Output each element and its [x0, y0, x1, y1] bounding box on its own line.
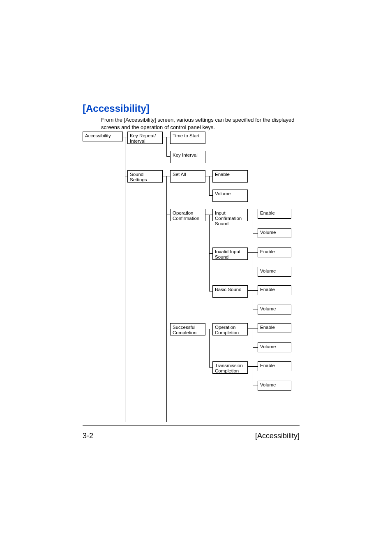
- connector: [209, 176, 210, 195]
- footer-rule: [83, 425, 300, 426]
- node-accessibility: Accessibility: [83, 132, 123, 141]
- connector: [209, 291, 212, 291]
- node-volume-inputconf: Volume: [258, 228, 291, 238]
- node-input-confirmation-sound: Input Confirmation Sound: [212, 209, 248, 221]
- node-operation-completion: OperationCompletion: [212, 323, 248, 335]
- node-enable-txcomp: Enable: [258, 361, 291, 371]
- node-sound-settings: Sound Settings: [127, 170, 163, 183]
- node-enable-basic: Enable: [258, 285, 291, 295]
- node-volume-opcomp: Volume: [258, 342, 291, 352]
- node-volume-basic: Volume: [258, 305, 291, 314]
- node-enable-setall: Enable: [212, 170, 248, 183]
- node-successful-completion: SuccessfulCompletion: [170, 323, 205, 335]
- connector: [166, 176, 167, 422]
- intro-text: From the [Accessibility] screen, various…: [101, 116, 304, 131]
- node-time-to-start: Time to Start: [170, 132, 205, 144]
- node-enable-inputconf: Enable: [258, 209, 291, 219]
- connector: [253, 366, 253, 386]
- node-enable-invalid: Enable: [258, 247, 291, 257]
- connector: [253, 272, 258, 272]
- connector: [166, 215, 170, 215]
- connector: [209, 215, 210, 291]
- connector: [166, 137, 167, 156]
- page-heading: [Accessibility]: [83, 103, 150, 114]
- connector: [253, 252, 253, 272]
- connector: [166, 329, 170, 329]
- node-set-all: Set All: [170, 170, 205, 183]
- node-volume-invalid: Volume: [258, 267, 291, 277]
- connector: [253, 290, 253, 310]
- node-invalid-input-sound: Invalid InputSound: [212, 247, 248, 260]
- connector: [253, 386, 258, 386]
- connector: [125, 176, 127, 176]
- node-key-interval: Key Interval: [170, 151, 205, 163]
- connector: [253, 328, 253, 347]
- connector: [209, 367, 212, 368]
- node-enable-opcomp: Enable: [258, 323, 291, 333]
- connector: [125, 137, 125, 422]
- footer-section-title: [Accessibility]: [255, 432, 300, 440]
- page: [Accessibility] From the [Accessibility]…: [0, 0, 392, 555]
- node-key-repeat-interval: Key Repeat/Interval: [127, 132, 163, 144]
- connector: [166, 156, 170, 157]
- node-volume-setall: Volume: [212, 190, 248, 202]
- connector: [253, 214, 253, 233]
- connector: [209, 195, 212, 196]
- node-volume-txcomp: Volume: [258, 381, 291, 391]
- connector: [209, 329, 210, 367]
- connector: [253, 310, 258, 310]
- node-transmission-completion: TransmissionCompletion: [212, 361, 248, 374]
- node-basic-sound: Basic Sound: [212, 285, 248, 298]
- connector: [209, 253, 212, 254]
- connector: [253, 233, 258, 234]
- connector: [253, 347, 258, 348]
- footer-page-number: 3-2: [83, 432, 93, 440]
- node-operation-confirmation: OperationConfirmation: [170, 209, 205, 221]
